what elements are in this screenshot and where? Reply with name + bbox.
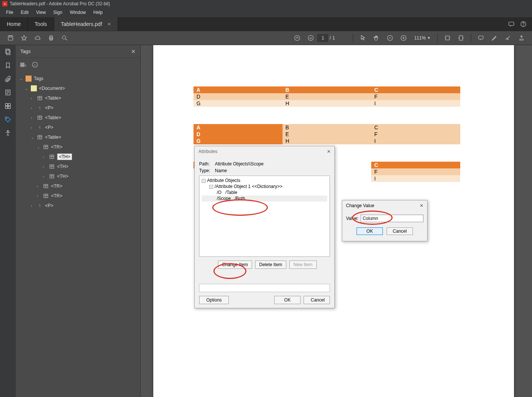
attr-obj-label: /Attribute Object 1 <<Dictionary>> [215, 184, 283, 189]
page-current-input[interactable] [317, 34, 328, 42]
tree-tr-3[interactable]: ›<TR> [16, 191, 140, 201]
tree-table-1[interactable]: ›<Table> [16, 93, 140, 103]
attachments-icon[interactable] [4, 75, 12, 83]
attr-status-field [199, 284, 330, 292]
svg-rect-20 [8, 103, 11, 106]
cv-cancel-button[interactable]: Cancel [387, 227, 413, 235]
tree-th1-label: <TH> [57, 153, 72, 160]
doc-table-1: ABC DEF GHI [193, 86, 460, 107]
cell: C [371, 124, 460, 131]
svg-point-2 [523, 26, 524, 26]
svg-point-10 [308, 35, 314, 41]
info-icon[interactable] [32, 61, 38, 68]
highlight-icon[interactable] [489, 33, 500, 43]
star-icon[interactable] [19, 33, 29, 43]
page-up-icon[interactable] [292, 33, 302, 43]
tree-table2-label: <Table> [45, 115, 61, 120]
svg-rect-15 [479, 36, 483, 39]
page-total: 1 [332, 35, 335, 41]
menu-file[interactable]: File [2, 8, 17, 17]
menu-window[interactable]: Window [66, 8, 90, 17]
comment-tool-icon[interactable] [476, 33, 486, 43]
tree-root[interactable]: ⌄Tags [16, 74, 140, 83]
menu-edit[interactable]: Edit [17, 8, 32, 17]
tree-p-1[interactable]: ›¶<P> [16, 103, 140, 113]
fit-page-icon[interactable] [456, 33, 466, 43]
attr-scope-val: /Both [234, 196, 245, 201]
help-icon[interactable] [520, 21, 527, 27]
menu-help[interactable]: Help [90, 8, 107, 17]
menu-sign[interactable]: Sign [50, 8, 66, 17]
cv-value-label: Value: [346, 216, 358, 221]
tree-th-3[interactable]: ›<TH> [16, 171, 140, 181]
cv-ok-button[interactable]: OK [357, 227, 383, 235]
search-icon[interactable] [59, 33, 70, 43]
attr-ok-button[interactable]: OK [274, 296, 301, 304]
tags-icon[interactable] [4, 116, 12, 123]
tree-table-3[interactable]: ⌄<Table> [16, 132, 140, 142]
cell: D [193, 131, 283, 138]
attr-node-object[interactable]: −/Attribute Object 1 <<Dictionary>> [202, 183, 327, 189]
zoom-out-icon[interactable] [385, 33, 395, 43]
thumbnails-icon[interactable] [4, 48, 12, 56]
attr-tree[interactable]: −Attribute Objects −/Attribute Object 1 … [199, 176, 330, 257]
tree-p-3[interactable]: ›¶<P> [16, 201, 140, 211]
attr-node-root[interactable]: −Attribute Objects [202, 177, 327, 183]
tree-tr-2[interactable]: ›<TR> [16, 181, 140, 191]
order-icon[interactable] [4, 102, 12, 110]
attr-node-scope[interactable]: /Scope /Both [202, 195, 327, 202]
attr-cancel-button[interactable]: Cancel [304, 296, 330, 304]
page-sep: / [329, 35, 331, 41]
save-icon[interactable] [5, 33, 16, 43]
cloud-icon[interactable] [32, 33, 43, 43]
change-item-button[interactable]: Change Item [218, 261, 252, 269]
panel-options-icon[interactable] [20, 61, 26, 68]
tab-document[interactable]: TableHeaders.pdf ✕ [54, 17, 118, 31]
cv-close-icon[interactable]: ✕ [420, 203, 423, 208]
menu-view[interactable]: View [32, 8, 50, 17]
print-icon[interactable] [46, 33, 56, 43]
sign-icon[interactable] [503, 33, 513, 43]
pointer-icon[interactable] [358, 33, 368, 43]
tags-tree[interactable]: ⌄Tags ⌄<Document> ›<Table> ›¶<P> ›<Table… [16, 71, 140, 213]
zoom-level[interactable]: 111%▼ [414, 35, 431, 41]
tree-th-2[interactable]: ›<TH> [16, 162, 140, 171]
tab-home[interactable]: Home [0, 17, 28, 31]
comment-icon[interactable] [508, 21, 515, 27]
tab-home-label: Home [7, 21, 21, 27]
page-down-icon[interactable] [305, 33, 316, 43]
toolbar: / 1 111%▼ [0, 31, 532, 45]
more-tools-icon[interactable] [516, 33, 527, 43]
cell: A [193, 124, 283, 131]
bookmarks-icon[interactable] [4, 62, 12, 69]
svg-rect-13 [446, 36, 450, 40]
cv-value-input[interactable] [361, 215, 423, 222]
attr-node-o[interactable]: /O /Table [202, 189, 327, 195]
attr-path-label: Path: [199, 161, 213, 167]
tab-row: Home Tools TableHeaders.pdf ✕ [0, 17, 532, 31]
hand-icon[interactable] [371, 33, 382, 43]
delete-item-button[interactable]: Delete Item [255, 261, 286, 269]
options-button[interactable]: Options [199, 296, 229, 304]
close-dialog-icon[interactable]: ✕ [327, 149, 331, 154]
cell: C [371, 162, 460, 168]
content-icon[interactable] [4, 89, 12, 96]
cell: F [371, 168, 460, 175]
tree-table-2[interactable]: ›<Table> [16, 113, 140, 123]
tree-p-2[interactable]: ›¶<P> [16, 123, 140, 132]
tab-tools[interactable]: Tools [28, 17, 54, 31]
tree-th-1[interactable]: ›<TH> [16, 152, 140, 162]
zoom-in-icon[interactable] [398, 33, 409, 43]
tree-tr-1[interactable]: ⌄<TR> [16, 142, 140, 152]
tree-doc-label: <Document> [39, 86, 65, 91]
close-panel-icon[interactable]: ✕ [131, 48, 136, 55]
tree-document[interactable]: ⌄<Document> [16, 83, 140, 93]
tags-panel-title: Tags [20, 48, 30, 54]
tree-th3-label: <TH> [57, 174, 68, 179]
tree-p3-label: <P> [45, 203, 53, 208]
tree-table3-label: <Table> [45, 135, 61, 140]
fit-width-icon[interactable] [442, 33, 453, 43]
accessibility-icon[interactable] [4, 129, 12, 137]
close-icon[interactable]: ✕ [107, 22, 111, 27]
tree-tr2-label: <TR> [51, 183, 62, 189]
